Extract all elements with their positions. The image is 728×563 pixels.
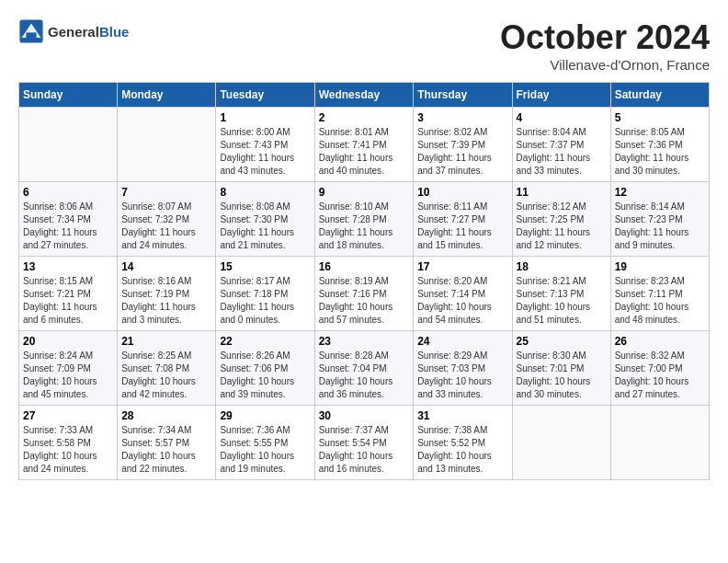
calendar-cell: 9Sunrise: 8:10 AM Sunset: 7:28 PM Daylig… [314, 182, 414, 257]
calendar-cell: 26Sunrise: 8:32 AM Sunset: 7:00 PM Dayli… [610, 331, 709, 406]
day-number: 20 [23, 335, 113, 348]
day-number: 31 [417, 409, 507, 422]
day-number: 18 [517, 260, 607, 273]
calendar-cell: 24Sunrise: 8:29 AM Sunset: 7:03 PM Dayli… [414, 331, 512, 406]
day-info: Sunrise: 8:14 AM Sunset: 7:23 PM Dayligh… [615, 201, 705, 252]
day-number: 21 [121, 335, 211, 348]
day-number: 28 [121, 409, 211, 422]
day-header-thursday: Thursday [414, 83, 512, 108]
day-info: Sunrise: 8:06 AM Sunset: 7:34 PM Dayligh… [23, 201, 113, 252]
day-number: 9 [319, 186, 410, 199]
calendar-cell: 18Sunrise: 8:21 AM Sunset: 7:13 PM Dayli… [512, 257, 610, 331]
calendar-cell: 3Sunrise: 8:02 AM Sunset: 7:39 PM Daylig… [414, 108, 512, 182]
calendar-cell: 25Sunrise: 8:30 AM Sunset: 7:01 PM Dayli… [512, 331, 610, 406]
day-number: 5 [615, 111, 705, 124]
day-number: 1 [220, 111, 310, 124]
calendar-cell: 28Sunrise: 7:34 AM Sunset: 5:57 PM Dayli… [118, 406, 216, 480]
month-title: October 2024 [500, 18, 710, 57]
day-info: Sunrise: 8:10 AM Sunset: 7:28 PM Dayligh… [319, 201, 410, 252]
day-header-saturday: Saturday [610, 83, 709, 108]
calendar-cell: 6Sunrise: 8:06 AM Sunset: 7:34 PM Daylig… [19, 182, 118, 257]
day-info: Sunrise: 8:00 AM Sunset: 7:43 PM Dayligh… [220, 126, 310, 178]
day-number: 11 [517, 186, 607, 199]
day-info: Sunrise: 8:08 AM Sunset: 7:30 PM Dayligh… [220, 201, 310, 252]
svg-rect-2 [26, 32, 36, 38]
calendar-cell [19, 108, 118, 182]
calendar-cell: 1Sunrise: 8:00 AM Sunset: 7:43 PM Daylig… [216, 108, 314, 182]
day-header-monday: Monday [118, 83, 216, 108]
day-info: Sunrise: 8:24 AM Sunset: 7:09 PM Dayligh… [23, 350, 113, 401]
day-header-sunday: Sunday [19, 83, 118, 108]
title-block: October 2024 Villenave-d'Ornon, France [500, 18, 710, 73]
day-number: 30 [319, 409, 410, 422]
day-info: Sunrise: 7:34 AM Sunset: 5:57 PM Dayligh… [121, 424, 211, 476]
calendar-week-row: 1Sunrise: 8:00 AM Sunset: 7:43 PM Daylig… [19, 108, 710, 182]
day-number: 19 [615, 260, 705, 273]
calendar-cell: 22Sunrise: 8:26 AM Sunset: 7:06 PM Dayli… [216, 331, 314, 406]
calendar-week-row: 13Sunrise: 8:15 AM Sunset: 7:21 PM Dayli… [19, 257, 710, 331]
day-number: 25 [517, 335, 607, 348]
logo-text: GeneralBlue [48, 24, 129, 40]
day-number: 10 [417, 186, 507, 199]
calendar-cell: 13Sunrise: 8:15 AM Sunset: 7:21 PM Dayli… [19, 257, 118, 331]
day-number: 24 [417, 335, 507, 348]
calendar-cell: 20Sunrise: 8:24 AM Sunset: 7:09 PM Dayli… [19, 331, 118, 406]
day-number: 26 [615, 335, 705, 348]
day-number: 17 [417, 260, 507, 273]
day-info: Sunrise: 7:36 AM Sunset: 5:55 PM Dayligh… [220, 424, 310, 476]
location-subtitle: Villenave-d'Ornon, France [500, 57, 710, 73]
calendar-cell: 5Sunrise: 8:05 AM Sunset: 7:36 PM Daylig… [610, 108, 709, 182]
day-info: Sunrise: 8:02 AM Sunset: 7:39 PM Dayligh… [417, 126, 507, 178]
day-header-friday: Friday [512, 83, 610, 108]
day-info: Sunrise: 8:20 AM Sunset: 7:14 PM Dayligh… [417, 275, 507, 327]
day-number: 3 [417, 111, 507, 124]
day-info: Sunrise: 8:04 AM Sunset: 7:37 PM Dayligh… [517, 126, 607, 178]
calendar-week-row: 20Sunrise: 8:24 AM Sunset: 7:09 PM Dayli… [19, 331, 710, 406]
calendar-cell: 7Sunrise: 8:07 AM Sunset: 7:32 PM Daylig… [118, 182, 216, 257]
logo: GeneralBlue [18, 18, 129, 44]
day-info: Sunrise: 8:17 AM Sunset: 7:18 PM Dayligh… [220, 275, 310, 327]
day-number: 23 [319, 335, 410, 348]
day-number: 12 [615, 186, 705, 199]
day-info: Sunrise: 8:01 AM Sunset: 7:41 PM Dayligh… [319, 126, 410, 178]
day-info: Sunrise: 8:05 AM Sunset: 7:36 PM Dayligh… [615, 126, 705, 178]
day-number: 14 [121, 260, 211, 273]
day-number: 8 [220, 186, 310, 199]
page-header: GeneralBlue October 2024 Villenave-d'Orn… [18, 18, 710, 73]
day-number: 15 [220, 260, 310, 273]
calendar-cell: 4Sunrise: 8:04 AM Sunset: 7:37 PM Daylig… [512, 108, 610, 182]
calendar-cell: 11Sunrise: 8:12 AM Sunset: 7:25 PM Dayli… [512, 182, 610, 257]
day-info: Sunrise: 8:15 AM Sunset: 7:21 PM Dayligh… [23, 275, 113, 327]
day-number: 4 [517, 111, 607, 124]
day-header-tuesday: Tuesday [216, 83, 314, 108]
day-info: Sunrise: 7:33 AM Sunset: 5:58 PM Dayligh… [23, 424, 113, 476]
day-info: Sunrise: 8:23 AM Sunset: 7:11 PM Dayligh… [615, 275, 705, 327]
day-info: Sunrise: 8:07 AM Sunset: 7:32 PM Dayligh… [121, 201, 211, 252]
calendar-cell: 2Sunrise: 8:01 AM Sunset: 7:41 PM Daylig… [314, 108, 414, 182]
calendar-cell: 29Sunrise: 7:36 AM Sunset: 5:55 PM Dayli… [216, 406, 314, 480]
day-number: 27 [23, 409, 113, 422]
day-info: Sunrise: 8:28 AM Sunset: 7:04 PM Dayligh… [319, 350, 410, 401]
calendar-cell: 19Sunrise: 8:23 AM Sunset: 7:11 PM Dayli… [610, 257, 709, 331]
calendar-cell: 30Sunrise: 7:37 AM Sunset: 5:54 PM Dayli… [314, 406, 414, 480]
calendar-cell: 15Sunrise: 8:17 AM Sunset: 7:18 PM Dayli… [216, 257, 314, 331]
day-number: 13 [23, 260, 113, 273]
calendar-header-row: SundayMondayTuesdayWednesdayThursdayFrid… [19, 83, 710, 108]
calendar-table: SundayMondayTuesdayWednesdayThursdayFrid… [18, 82, 710, 480]
day-info: Sunrise: 8:25 AM Sunset: 7:08 PM Dayligh… [121, 350, 211, 401]
calendar-cell [610, 406, 709, 480]
calendar-cell: 8Sunrise: 8:08 AM Sunset: 7:30 PM Daylig… [216, 182, 314, 257]
day-number: 22 [220, 335, 310, 348]
calendar-cell: 31Sunrise: 7:38 AM Sunset: 5:52 PM Dayli… [414, 406, 512, 480]
day-info: Sunrise: 8:21 AM Sunset: 7:13 PM Dayligh… [517, 275, 607, 327]
calendar-week-row: 6Sunrise: 8:06 AM Sunset: 7:34 PM Daylig… [19, 182, 710, 257]
day-number: 29 [220, 409, 310, 422]
calendar-cell: 10Sunrise: 8:11 AM Sunset: 7:27 PM Dayli… [414, 182, 512, 257]
day-info: Sunrise: 8:12 AM Sunset: 7:25 PM Dayligh… [517, 201, 607, 252]
day-number: 2 [319, 111, 410, 124]
calendar-cell: 21Sunrise: 8:25 AM Sunset: 7:08 PM Dayli… [118, 331, 216, 406]
day-info: Sunrise: 7:37 AM Sunset: 5:54 PM Dayligh… [319, 424, 410, 476]
day-info: Sunrise: 8:32 AM Sunset: 7:00 PM Dayligh… [615, 350, 705, 401]
day-info: Sunrise: 8:11 AM Sunset: 7:27 PM Dayligh… [417, 201, 507, 252]
calendar-cell: 14Sunrise: 8:16 AM Sunset: 7:19 PM Dayli… [118, 257, 216, 331]
